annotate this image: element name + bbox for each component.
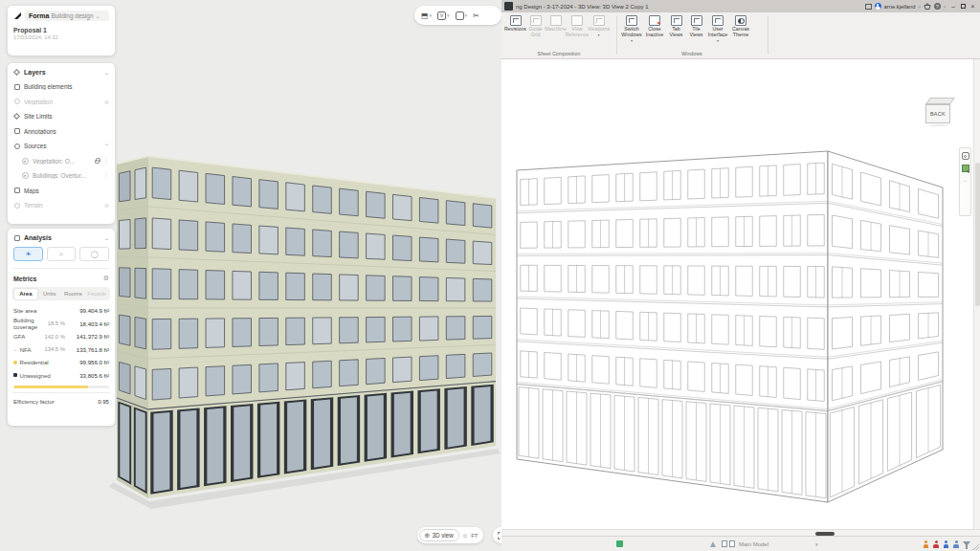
terrain-icon bbox=[14, 203, 20, 209]
split-screen: Forma Building design ⌄ Proposal 1 17/03… bbox=[0, 0, 980, 551]
revit-app-icon bbox=[504, 2, 513, 11]
layers-panel: Layers ⌄ Building elements Vegetation ⊘ … bbox=[8, 63, 115, 224]
horizontal-scrollbar[interactable] bbox=[501, 529, 980, 536]
revisions-button[interactable]: Revisions bbox=[505, 14, 525, 33]
design-option-dropdown-icon[interactable]: ▾ bbox=[815, 541, 818, 547]
layer-annotations[interactable]: Annotations bbox=[12, 124, 110, 140]
tab-units[interactable]: Units bbox=[37, 289, 61, 299]
tile-views-button[interactable]: Tile Views bbox=[686, 14, 706, 38]
revit-window: ng Design - 3-17-2024 - 3D View: 3D View… bbox=[501, 0, 980, 551]
tab-facade[interactable]: Façade bbox=[85, 289, 109, 299]
steering-wheel-icon[interactable] bbox=[962, 152, 969, 160]
noise-analysis-button[interactable]: ◯ bbox=[79, 247, 109, 261]
sun-analysis-button[interactable]: ☀ bbox=[13, 247, 43, 261]
layer-site-limits[interactable]: Site Limits bbox=[12, 109, 110, 124]
visibility-off-icon[interactable]: ⊘ bbox=[104, 99, 109, 105]
proposal-name[interactable]: Proposal 1 bbox=[13, 27, 109, 33]
revit-wireframe-view[interactable] bbox=[501, 59, 980, 529]
media-tool-button[interactable]: ▾ bbox=[454, 11, 470, 20]
restore-button[interactable] bbox=[961, 4, 967, 10]
units-label[interactable]: FT bbox=[471, 533, 481, 539]
worksets-icon[interactable] bbox=[710, 541, 716, 547]
app-name: Forma bbox=[29, 12, 49, 19]
switch-windows-button[interactable]: Switch Windows ▾ bbox=[620, 14, 643, 43]
viewcube-back-face[interactable]: BACK bbox=[925, 104, 950, 123]
user-dropdown-icon[interactable]: ▾ bbox=[918, 4, 921, 10]
daylight-toggle-icon[interactable]: ☼ bbox=[462, 532, 468, 539]
visibility-off-icon[interactable]: ⊘ bbox=[104, 202, 109, 209]
collapse-analysis-icon[interactable]: ⌄ bbox=[104, 234, 109, 241]
help-dropdown-icon[interactable]: ▾ bbox=[944, 4, 947, 10]
layer-maps[interactable]: Maps bbox=[12, 184, 110, 199]
user-interface-button[interactable]: User Interface ▾ bbox=[706, 14, 729, 43]
layer-building-elements[interactable]: Building elements bbox=[12, 79, 110, 95]
tab-rooms[interactable]: Rooms bbox=[61, 289, 85, 299]
viewcube[interactable]: BACK bbox=[923, 98, 957, 128]
revit-titlebar[interactable]: ng Design - 3-17-2024 - 3D View: 3D View… bbox=[501, 0, 980, 12]
resize-grip[interactable] bbox=[972, 543, 979, 550]
username[interactable]: arne.kjelland bbox=[884, 4, 916, 10]
navigation-bar: ⌄ bbox=[959, 147, 971, 216]
zoom-region-icon[interactable] bbox=[962, 165, 969, 172]
navbar-expand-icon[interactable]: ⌄ bbox=[963, 177, 967, 183]
geometry-tool-button[interactable]: ⬒ ▾ bbox=[419, 11, 434, 20]
view-mode-button[interactable]: ⊕ 3D view bbox=[419, 529, 459, 541]
horizontal-scroll-thumb[interactable] bbox=[815, 532, 835, 536]
metrics-settings-icon[interactable]: ⚙ bbox=[103, 275, 109, 282]
layer-source-buildings[interactable]: ▸ Buildings: Overtur... ⋮ bbox=[12, 168, 110, 184]
chevron-down-icon[interactable]: ⌄ bbox=[96, 12, 100, 19]
basket-icon[interactable] bbox=[924, 3, 931, 10]
guide-grid-icon bbox=[530, 15, 542, 26]
viewports-button[interactable]: Viewports ▾ bbox=[589, 14, 609, 37]
select-by-face-toggle-icon[interactable] bbox=[953, 540, 960, 548]
project-switcher[interactable]: Forma Building design ⌄ bbox=[25, 11, 109, 21]
tile-views-icon bbox=[691, 15, 702, 26]
vertical-scroll-thumb[interactable] bbox=[975, 163, 980, 306]
matchline-button[interactable]: Matchline bbox=[546, 14, 566, 33]
layer-source-vegetation[interactable]: ▸ Vegetation: O... ⋮ bbox=[12, 154, 110, 169]
layer-sources[interactable]: Sources ⌃ bbox=[12, 139, 110, 154]
wind-analysis-button[interactable]: ≈ bbox=[47, 247, 77, 261]
design-options-icon[interactable] bbox=[722, 540, 727, 547]
selection-filter-icon[interactable] bbox=[963, 541, 970, 546]
select-underlay-toggle-icon[interactable] bbox=[933, 540, 940, 548]
revit-viewport[interactable]: BACK ⌄ bbox=[501, 59, 980, 529]
close-inactive-button[interactable]: × Close Inactive bbox=[643, 14, 666, 38]
guide-grid-button[interactable]: Guide Grid bbox=[525, 14, 546, 38]
group-label-sheet-composition: Sheet Composition bbox=[505, 51, 612, 56]
dropdown-icon: ▾ bbox=[465, 12, 468, 18]
close-button[interactable]: × bbox=[969, 3, 977, 10]
user-avatar[interactable] bbox=[875, 3, 881, 10]
vertical-scrollbar[interactable] bbox=[973, 59, 980, 529]
revit-ribbon: Revisions Guide Grid Matchline View Refe… bbox=[501, 12, 980, 59]
view-mode-label: 3D view bbox=[432, 532, 453, 539]
tab-area[interactable]: Area bbox=[14, 289, 38, 299]
cut-tool-button[interactable]: ✂ bbox=[471, 11, 481, 20]
help-icon[interactable]: ? bbox=[934, 3, 941, 10]
switch-windows-icon bbox=[626, 15, 637, 26]
active-design-option[interactable]: Main Model bbox=[739, 541, 768, 547]
collapse-layers-icon[interactable]: ⌄ bbox=[104, 69, 109, 76]
select-pinned-toggle-icon[interactable] bbox=[943, 540, 949, 548]
view-reference-button[interactable]: View Reference bbox=[566, 14, 589, 38]
select-links-toggle-icon[interactable] bbox=[923, 540, 929, 548]
group-label-windows: Windows bbox=[620, 51, 764, 56]
minimize-button[interactable]: – bbox=[949, 3, 958, 10]
annotations-icon bbox=[14, 128, 20, 134]
design-options-icon[interactable] bbox=[729, 540, 735, 547]
residential-bullet-icon bbox=[13, 361, 17, 364]
layer-terrain[interactable]: Terrain ⊘ bbox=[12, 198, 110, 213]
viewcube-top-face[interactable] bbox=[925, 98, 955, 104]
expand-sources-icon[interactable]: ⌃ bbox=[104, 143, 109, 149]
more-options-icon[interactable]: ⋮ bbox=[103, 172, 110, 180]
version-tool-button[interactable]: V ▾ bbox=[435, 11, 452, 20]
more-options-icon[interactable]: ⋮ bbox=[103, 157, 110, 165]
area-distribution-bar bbox=[13, 386, 109, 388]
tab-views-button[interactable]: Tab Views bbox=[666, 14, 686, 38]
expand-nfa-icon[interactable]: ⌄ bbox=[13, 346, 17, 352]
layer-vegetation[interactable]: Vegetation ⊘ bbox=[12, 95, 110, 110]
image-icon bbox=[456, 11, 464, 20]
canvas-theme-button[interactable]: Canvas Theme bbox=[729, 14, 752, 38]
metric-nfa[interactable]: ⌄NFA 134.5 % 133,761.8 ft² bbox=[12, 343, 110, 357]
forma-top-toolbar: ⬒ ▾ V ▾ ▾ ✂ bbox=[414, 6, 501, 25]
